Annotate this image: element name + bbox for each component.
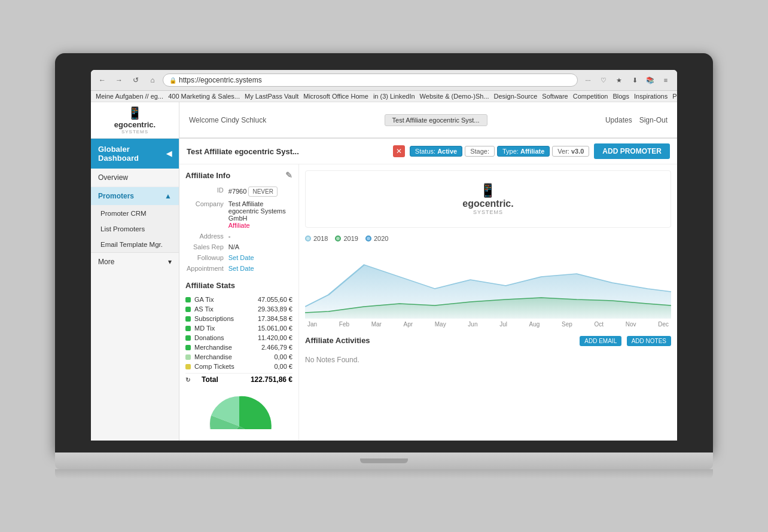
activities-header: Affiliate Activities ADD EMAIL ADD NOTES — [305, 335, 671, 346]
stats-list: GA Tix 47.055,60 € AS Tix 29.363,89 € Su… — [185, 295, 292, 371]
total-value: 122.751,86 € — [251, 375, 292, 384]
stats-section: Affiliate Stats GA Tix 47.055,60 € AS Ti… — [185, 281, 292, 386]
bookmark-10[interactable]: Blogs — [612, 93, 629, 100]
stage-badge: Stage: — [465, 146, 495, 157]
bookmark-6[interactable]: Website & (Demo-)Sh... — [420, 93, 489, 100]
month-jul: Jul — [499, 321, 507, 328]
bookmark-4[interactable]: Microsoft Office Home — [303, 93, 368, 100]
chart-legend: 2018 2019 2020 — [305, 235, 671, 242]
back-button[interactable]: ← — [96, 74, 109, 87]
star-button[interactable]: ★ — [612, 74, 626, 87]
sidebar-submenu: Promoter CRM List Promoters Email Templa… — [91, 206, 179, 253]
record-header: Test Affiliate egocentric Syst... ✕ Stat… — [179, 139, 677, 164]
stat-label: Donations — [194, 334, 258, 341]
stat-label: GA Tix — [194, 296, 258, 303]
stat-label: Subscriptions — [194, 315, 258, 322]
bookmark-8[interactable]: Software — [542, 93, 568, 100]
never-button[interactable]: NEVER — [248, 186, 277, 197]
bookmark-2[interactable]: 400 Marketing & Sales... — [168, 93, 240, 100]
stat-dot — [185, 345, 191, 350]
home-button[interactable]: ⌂ — [146, 74, 159, 87]
month-nov: Nov — [626, 321, 636, 328]
bookmark-12[interactable]: Präsentationen — [672, 93, 677, 100]
edit-icon[interactable]: ✎ — [285, 170, 292, 180]
appointment-set-date[interactable]: Set Date — [228, 265, 254, 272]
download-button[interactable]: ⬇ — [628, 74, 641, 87]
type-badge: Type: Affiliate — [497, 146, 550, 157]
right-logo-sub: SYSTEMS — [462, 209, 513, 215]
stat-value: 0,00 € — [274, 353, 292, 360]
bookmark-11[interactable]: Inspirations — [634, 93, 668, 100]
add-notes-button[interactable]: ADD NOTES — [627, 336, 671, 346]
settings-button[interactable]: ≡ — [659, 74, 672, 87]
stat-dot — [185, 307, 191, 312]
month-sep: Sep — [562, 321, 572, 328]
pie-chart-preview — [185, 390, 292, 429]
stat-total: ↻ Total 122.751,86 € — [185, 373, 292, 386]
affiliate-info-section: Affiliate Info ✎ — [185, 170, 292, 180]
stat-dot — [185, 297, 191, 302]
line-chart — [305, 247, 671, 319]
logo-icon: 📱 — [127, 106, 142, 120]
month-jan: Jan — [307, 321, 317, 328]
left-column: Affiliate Info ✎ ID #7960 NEVER — [179, 164, 299, 441]
add-promoter-button[interactable]: ADD PROMOTER — [594, 143, 670, 159]
stat-dot — [185, 316, 191, 322]
sidebar-collapse-icon: ◀ — [166, 149, 172, 158]
stat-row: Merchandise 2.466,79 € — [185, 343, 292, 352]
stat-value: 29.363,89 € — [258, 305, 292, 313]
activity-buttons: ADD EMAIL ADD NOTES — [577, 335, 671, 346]
followup-set-date[interactable]: Set Date — [228, 254, 254, 261]
status-badges: Status: Active Stage: Type: Affiliate Ve… — [410, 146, 590, 157]
bookmark-3[interactable]: My LastPass Vault — [245, 93, 298, 100]
no-notes-text: No Notes Found. — [305, 351, 671, 369]
add-email-button[interactable]: ADD EMAIL — [580, 336, 621, 346]
address-value: - — [227, 231, 292, 241]
bookmark-9[interactable]: Competition — [573, 93, 608, 100]
month-dec: Dec — [658, 321, 669, 328]
sidebar-item-list-promoters[interactable]: List Promoters — [91, 221, 179, 237]
stat-value: 0,00 € — [274, 363, 292, 370]
sidebar-header[interactable]: Globaler Dashboard ◀ — [91, 139, 179, 169]
forward-button[interactable]: → — [112, 74, 126, 87]
sidebar-item-email-template[interactable]: Email Template Mgr. — [91, 237, 179, 252]
stat-label: AS Tix — [194, 305, 258, 313]
promoters-expand-icon: ▲ — [164, 192, 172, 200]
bookmark-heart-button[interactable]: ♡ — [597, 74, 610, 87]
bookmark-7[interactable]: Design-Source — [494, 93, 538, 100]
status-badge: Status: Active — [410, 146, 462, 157]
stat-row: Merchandise 0,00 € — [185, 352, 292, 362]
sign-out-link[interactable]: Sign-Out — [639, 116, 668, 124]
lock-icon: 🔒 — [169, 77, 176, 84]
library-button[interactable]: 📚 — [644, 74, 657, 87]
sidebar-item-overview[interactable]: Overview — [91, 169, 179, 187]
stat-dot — [185, 326, 191, 331]
reload-button[interactable]: ↺ — [129, 74, 142, 87]
sidebar-item-promoter-crm[interactable]: Promoter CRM — [91, 206, 179, 221]
bookmark-1[interactable]: Meine Aufgaben // eg... — [96, 93, 163, 100]
sidebar-item-promoters[interactable]: Promoters ▲ — [91, 187, 179, 206]
right-logo-name: egocentric. — [462, 198, 513, 209]
bookmark-5[interactable]: in (3) LinkedIn — [373, 93, 415, 100]
browser-window: ← → ↺ ⌂ 🔒 https://egocentric.systems ···… — [91, 70, 677, 441]
month-may: May — [435, 321, 446, 328]
company-label: Company — [185, 198, 227, 231]
right-logo-area: 📱 egocentric. SYSTEMS — [305, 170, 671, 228]
address-bar[interactable]: 🔒 https://egocentric.systems — [163, 74, 578, 87]
appointment-label: Appointment — [185, 263, 227, 274]
stat-label: Merchandise — [194, 353, 274, 360]
legend-dot-2018 — [305, 236, 311, 241]
laptop-notch — [360, 458, 408, 463]
month-jun: Jun — [468, 321, 477, 328]
activities-title: Affiliate Activities — [305, 336, 370, 345]
affiliate-type-link[interactable]: Affiliate — [228, 222, 291, 229]
close-button[interactable]: ✕ — [393, 145, 405, 157]
url-text: https://egocentric.systems — [179, 76, 262, 84]
updates-link[interactable]: Updates — [605, 116, 632, 124]
followup-label: Followup — [185, 252, 227, 263]
more-options-button[interactable]: ··· — [581, 74, 595, 87]
sidebar-more[interactable]: More ▾ — [91, 253, 179, 271]
legend-2018: 2018 — [305, 235, 328, 242]
header-tab[interactable]: Test Affiliate egocentric Syst... — [385, 114, 487, 126]
right-logo-icon: 📱 — [462, 183, 513, 198]
